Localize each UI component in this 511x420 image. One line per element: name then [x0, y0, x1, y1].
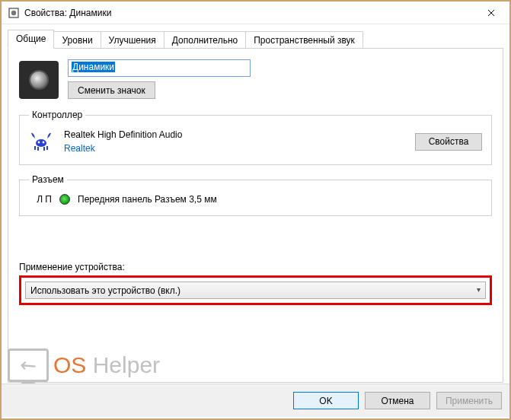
- svg-rect-3: [34, 146, 36, 150]
- svg-point-1: [11, 10, 16, 14]
- jack-description: Передняя панель Разъем 3,5 мм: [78, 194, 217, 205]
- ok-button[interactable]: OK: [293, 392, 359, 409]
- controller-legend: Контроллер: [29, 110, 85, 120]
- svg-rect-5: [43, 147, 45, 151]
- titlebar: Свойства: Динамики: [2, 2, 509, 24]
- highlight-box: Использовать это устройство (вкл.) ▾: [19, 275, 492, 305]
- apply-button[interactable]: Применить: [436, 392, 502, 409]
- dialog-footer: OK Отмена Применить: [2, 383, 509, 417]
- jack-legend: Разъем: [29, 174, 67, 185]
- device-name-input[interactable]: Динамики: [68, 59, 251, 77]
- device-usage-select[interactable]: Использовать это устройство (вкл.) ▾: [25, 282, 486, 299]
- speaker-app-icon: [8, 7, 20, 19]
- speaker-icon: [19, 61, 59, 99]
- window-title: Свойства: Динамики: [24, 8, 474, 18]
- svg-point-2: [36, 139, 46, 147]
- controller-group: Контроллер Realtek High Definition Audio…: [19, 110, 492, 165]
- realtek-icon: [29, 129, 53, 154]
- jack-color-icon: [59, 194, 70, 205]
- change-icon-button[interactable]: Сменить значок: [68, 81, 155, 99]
- controller-properties-button[interactable]: Свойства: [415, 133, 482, 151]
- tab-advanced[interactable]: Дополнительно: [164, 31, 246, 49]
- jack-group: Разъем Л П Передняя панель Разъем 3,5 мм: [19, 174, 492, 216]
- vendor-link[interactable]: Realtek: [64, 143, 95, 154]
- tab-enhancements[interactable]: Улучшения: [101, 31, 164, 49]
- tabstrip: Общие Уровни Улучшения Дополнительно Про…: [8, 29, 503, 48]
- tab-general[interactable]: Общие: [8, 30, 54, 49]
- tab-levels[interactable]: Уровни: [53, 31, 101, 49]
- tab-spatial[interactable]: Пространственный звук: [245, 31, 363, 49]
- device-usage-selected: Использовать это устройство (вкл.): [30, 285, 180, 296]
- controller-name: Realtek High Definition Audio: [64, 128, 404, 142]
- svg-rect-4: [37, 147, 39, 151]
- tab-panel-general: Динамики Сменить значок Контроллер: [8, 48, 503, 383]
- device-usage-label: Применение устройства:: [19, 262, 492, 272]
- chevron-down-icon: ▾: [477, 285, 481, 294]
- jack-lr-label: Л П: [29, 194, 52, 205]
- svg-point-8: [43, 142, 45, 144]
- close-button[interactable]: [474, 2, 508, 24]
- cancel-button[interactable]: Отмена: [365, 392, 430, 409]
- svg-point-7: [38, 142, 40, 144]
- svg-rect-6: [46, 146, 48, 150]
